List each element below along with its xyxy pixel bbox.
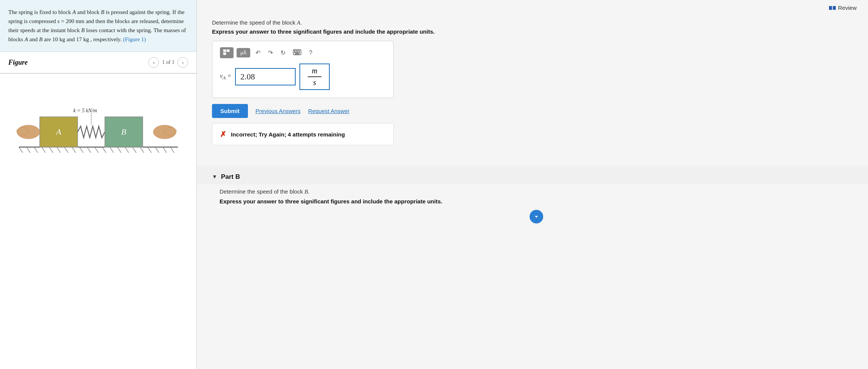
help-button[interactable]: ? (307, 48, 315, 58)
problem-statement: The spring is fixed to block A and block… (0, 0, 196, 52)
submit-button[interactable]: Submit (212, 104, 248, 118)
svg-rect-34 (223, 53, 226, 55)
svg-line-14 (117, 147, 121, 153)
symbol-button[interactable]: μÅ (237, 48, 250, 57)
physics-diagram: A B k = 5 kN/m (11, 83, 185, 158)
part-b-title: Part B (221, 173, 240, 181)
figure-title: Figure (8, 59, 28, 67)
svg-rect-42 (297, 52, 298, 53)
figure-nav-text: 1 of 1 (162, 59, 175, 65)
svg-line-5 (49, 147, 53, 153)
feedback-box: ✗ Incorrect; Try Again; 4 attempts remai… (212, 123, 394, 145)
answer-input[interactable] (235, 68, 296, 85)
part-b-expand-button[interactable] (530, 210, 543, 223)
svg-rect-36 (294, 50, 295, 51)
undo-button[interactable]: ↶ (253, 48, 263, 58)
right-panel: Review Determine the speed of the block … (197, 0, 868, 369)
part-b-input-row (220, 210, 853, 223)
svg-point-25 (17, 127, 29, 135)
svg-line-7 (64, 147, 68, 153)
part-b-header[interactable]: ▼ Part B (197, 169, 868, 184)
svg-marker-45 (535, 216, 538, 218)
figure-prev-button[interactable]: ‹ (148, 57, 159, 68)
svg-rect-43 (299, 52, 300, 53)
part-b-content: Determine the speed of the block B. Expr… (197, 184, 868, 231)
problem-text: The spring is fixed to block A and block… (8, 9, 186, 42)
svg-line-6 (57, 147, 61, 153)
svg-rect-33 (227, 50, 229, 52)
part-a-instruction: Express your answer to three significant… (212, 28, 853, 35)
figure-next-button[interactable]: › (178, 57, 188, 68)
svg-rect-41 (296, 52, 297, 53)
svg-line-20 (163, 147, 167, 153)
error-icon: ✗ (220, 130, 226, 139)
answer-box: μÅ ↶ ↷ ↻ (212, 41, 394, 98)
refresh-button[interactable]: ↻ (278, 48, 288, 58)
feedback-text: Incorrect; Try Again; 4 attempts remaini… (231, 131, 345, 138)
part-b-instruction: Express your answer to three significant… (220, 198, 853, 205)
redo-button[interactable]: ↷ (266, 48, 275, 58)
left-panel: The spring is fixed to block A and block… (0, 0, 197, 369)
figure-divider (0, 73, 196, 74)
answer-toolbar: μÅ ↶ ↷ ↻ (220, 47, 386, 58)
diagram-container: A B k = 5 kN/m (0, 79, 196, 170)
unit-fraction: m s (299, 64, 330, 90)
svg-line-3 (34, 147, 38, 153)
svg-line-4 (42, 147, 45, 153)
unit-numerator: m (308, 67, 321, 77)
main-content: Determine the speed of the block A. Expr… (197, 16, 868, 166)
svg-line-18 (148, 147, 151, 153)
svg-line-21 (170, 147, 174, 153)
keyboard-button[interactable] (291, 48, 304, 58)
symbol-label: μÅ (240, 50, 246, 56)
equation-row: vA = m s (220, 64, 386, 90)
svg-line-2 (26, 147, 30, 153)
svg-line-17 (140, 147, 144, 153)
svg-rect-37 (296, 50, 297, 51)
svg-line-9 (79, 147, 83, 153)
svg-line-8 (72, 147, 76, 153)
chevron-down-icon: ▼ (212, 174, 217, 180)
svg-rect-40 (294, 52, 295, 53)
svg-text:B: B (121, 127, 126, 136)
matrix-button[interactable] (220, 47, 234, 58)
svg-line-16 (132, 147, 136, 153)
review-bar: Review (197, 0, 868, 16)
svg-rect-39 (299, 50, 300, 51)
svg-line-13 (110, 147, 114, 153)
review-label: Review (838, 5, 857, 11)
svg-line-11 (95, 147, 98, 153)
svg-line-15 (125, 147, 129, 153)
previous-answers-button[interactable]: Previous Answers (256, 108, 301, 114)
svg-line-19 (155, 147, 159, 153)
svg-rect-38 (297, 50, 298, 51)
svg-rect-32 (223, 50, 226, 52)
matrix-icon (223, 49, 231, 56)
unit-denominator: s (313, 77, 316, 87)
svg-rect-44 (295, 53, 299, 54)
svg-line-12 (102, 147, 106, 153)
equation-label: vA = (220, 73, 231, 81)
figure-link[interactable]: (Figure 1) (123, 36, 146, 42)
action-row: Submit Previous Answers Request Answer (212, 104, 853, 118)
figure-navigation: ‹ 1 of 1 › (148, 57, 188, 68)
svg-line-10 (87, 147, 91, 153)
svg-text:A: A (55, 127, 61, 136)
review-icon (829, 6, 836, 10)
svg-point-29 (164, 127, 176, 135)
figure-header: Figure ‹ 1 of 1 › (0, 52, 196, 73)
svg-text:k = 5 kN/m: k = 5 kN/m (73, 108, 97, 113)
svg-line-1 (19, 147, 23, 153)
part-a-description: Determine the speed of the block A. (212, 19, 853, 26)
review-button[interactable]: Review (829, 5, 857, 11)
part-b-description: Determine the speed of the block B. (220, 188, 853, 195)
part-b-section: ▼ Part B Determine the speed of the bloc… (197, 166, 868, 231)
request-answer-button[interactable]: Request Answer (308, 108, 349, 114)
